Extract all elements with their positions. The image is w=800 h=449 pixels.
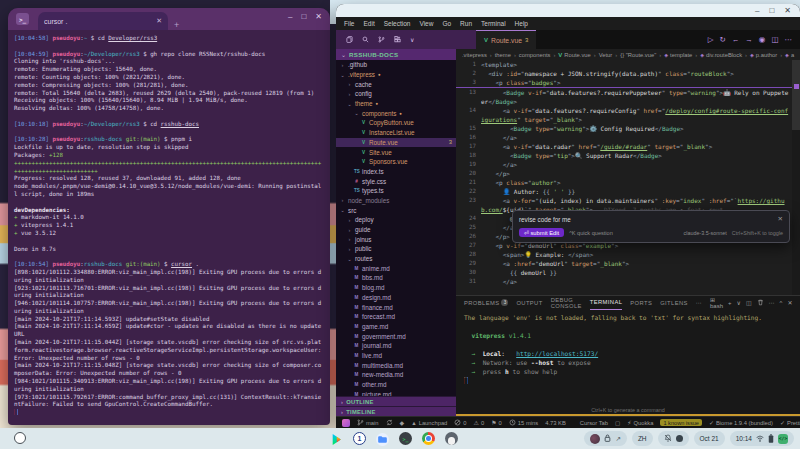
menu-help[interactable]: Help [515,20,528,27]
code-line-22[interactable]: 22 👤 Author: {{ ' ' }} [456,187,800,196]
maximize-icon[interactable]: □ [769,6,774,15]
panel-tab-problems[interactable]: PROBLEMS3 [464,296,508,309]
tree-item-deploy[interactable]: ›deploy [336,215,456,225]
files-app-icon[interactable] [376,432,389,445]
terminal-output[interactable]: [10:04:58] pseudoyu:~ $ cd Developer/rss… [8,30,330,425]
code-line-21[interactable]: 21 <p class="author"> [456,178,800,187]
tree-item-components[interactable]: ⌄components● [336,108,456,118]
tab-route-vue[interactable]: V Route.vue 3 [476,30,536,49]
editor-scrollbar[interactable] [792,60,800,295]
menu-selection[interactable]: Selection [384,20,411,27]
ime-indicator[interactable]: ZH [632,431,653,446]
chevron-down-icon[interactable]: ∨ [737,299,741,306]
status-1-known-issue[interactable]: 1 known issue [660,419,701,426]
tree-item-sponsors-vue[interactable]: VSponsors.vue [336,157,456,167]
status-0[interactable]: 0 [454,419,466,426]
breadcrumb-item[interactable]: ◈a [785,52,794,58]
tree-item-blog-md[interactable]: Mblog.md [336,283,456,293]
code-line-19[interactable]: 19 </a> [456,160,800,169]
more-icon[interactable]: ⋯ [769,299,775,306]
vscode-window-header[interactable]: – □ ✕ [336,4,800,17]
user-pill[interactable]: ↗ [584,431,626,446]
status-15-mins[interactable]: 15 mins [509,419,538,426]
tree-item-design-md[interactable]: Mdesign.md [336,293,456,303]
status-biome-1-9-4-bundled-[interactable]: ✓Biome 1.9.4 (bundled) [709,419,773,426]
status-gitlens[interactable]: ◆ [400,419,405,426]
menu-view[interactable]: View [419,20,433,27]
tree-item-instancelist-vue[interactable]: VInstanceList.vue [336,128,456,138]
date-pill[interactable]: Oct 21 [694,431,725,446]
tree-item-live-md[interactable]: Mlive.md [336,351,456,361]
search-icon[interactable] [362,36,369,43]
status-quokka[interactable]: ⚡Quokka [627,419,653,426]
breadcrumb-item[interactable]: Vetur [599,52,613,58]
tree-item--github[interactable]: ›.github [336,60,456,70]
tree-item-site-vue[interactable]: VSite.vue [336,147,456,157]
panel-tab--[interactable]: ⋯ [696,296,702,309]
breadcrumb-item[interactable]: ◈p.author [750,52,777,58]
forward-icon[interactable]: → [745,35,753,44]
crostini-terminal-icon[interactable]: >_ [399,432,412,445]
breadcrumb-item[interactable]: .vitepress [462,52,487,58]
close-panel-icon[interactable]: ✕ [787,299,792,306]
panel-tab-ports[interactable]: PORTS [630,296,652,309]
status-remote[interactable] [342,419,350,427]
code-line-31[interactable]: 31 </a> [456,277,800,286]
breadcrumb-item[interactable]: components [519,52,551,58]
tree-item-public[interactable]: ›public [336,244,456,254]
minimize-icon[interactable]: – [755,6,759,15]
close-icon[interactable]: ✕ [784,6,791,15]
kill-terminal-icon[interactable] [757,299,764,307]
run-icon[interactable]: ▷ [708,35,714,44]
submit-edit-button[interactable]: ⏎ submit Edit [519,228,564,237]
status-0[interactable]: ⚑0 [491,419,502,426]
maximize-panel-icon[interactable]: ^ [780,300,783,306]
tree-item-joinus[interactable]: ›joinus [336,234,456,244]
tree-item-forecast-md[interactable]: Mforecast.md [336,312,456,322]
code-line-20[interactable]: 20 </p> [456,169,800,178]
explorer-icon[interactable] [346,36,353,43]
panel-tab-gitlens[interactable]: GITLENS [660,296,688,309]
split-editor-icon[interactable]: ◫ [771,35,778,44]
explorer-header[interactable]: ⌄ RSSHUB-DOCS [336,49,456,60]
tree-item-route-vue[interactable]: VRoute.vue3 [336,138,456,148]
code-line-29[interactable]: 29 <a :href="demoUrl" target="_blank"> [456,259,800,268]
panel-tab-debug-console[interactable]: DEBUG CONSOLE [551,296,582,309]
ai-prompt-input[interactable]: revise code for me [519,216,778,223]
tree-item-bbs-md[interactable]: Mbbs.md [336,273,456,283]
code-line-18[interactable]: 18 <Badge type="tip">🔍 Support Radar</Ba… [456,151,800,160]
tree-item-picture-md[interactable]: Mpicture.md [336,389,456,396]
play-store-icon[interactable] [330,432,343,445]
quick-question-hint[interactable]: ^K quick question [569,230,613,236]
tree-item-guide[interactable]: ›guide [336,225,456,235]
tree-item-src[interactable]: ⌄src [336,205,456,215]
code-line-2[interactable]: 2 <div :id="namespace + JSON.stringify(d… [456,69,800,78]
terminal-shell-label[interactable]: ⊞ bash [710,296,723,309]
tree-item-style-css[interactable]: #style.css [336,176,456,186]
tree-item-copybutton-vue[interactable]: VCopyButton.vue [336,118,456,128]
tree-item-routes[interactable]: ⌄routes [336,254,456,264]
chevron-down-icon[interactable]: ∨ [410,36,414,43]
notification-pill[interactable] [658,431,689,446]
tab-close-icon[interactable]: ✕ [156,17,162,25]
status-sync[interactable] [386,419,393,426]
breadcrumb-item[interactable]: {} "Route.vue" [620,52,656,58]
extensions-icon[interactable] [394,36,401,43]
status-0[interactable]: ⚠0 [474,419,485,426]
tree-item-game-md[interactable]: Mgame.md [336,322,456,332]
status-launchpad[interactable]: ▲Launchpad [411,420,447,426]
panel-tab-output[interactable]: OUTPUT [516,296,542,309]
tree-item-finance-md[interactable]: Mfinance.md [336,302,456,312]
status-prettier[interactable]: ✓Prettier [780,419,800,426]
breadcrumb-item[interactable]: ◈template [664,52,692,58]
breadcrumb-item[interactable]: ◈div.routeBlock [700,52,742,58]
code-line-1[interactable]: 1<template> [456,60,800,69]
linux-penguin-icon[interactable] [445,432,458,445]
status-main[interactable]: main [357,419,379,426]
tree-item-anime-md[interactable]: Manime.md [336,263,456,273]
status-4-73-kb[interactable]: 4.73 KB [545,420,566,426]
menu-run[interactable]: Run [460,20,472,27]
sync-icon[interactable]: ↻ [720,35,726,44]
1password-icon[interactable]: 1 [353,432,366,445]
more-actions-icon[interactable]: ⋯ [785,35,793,44]
